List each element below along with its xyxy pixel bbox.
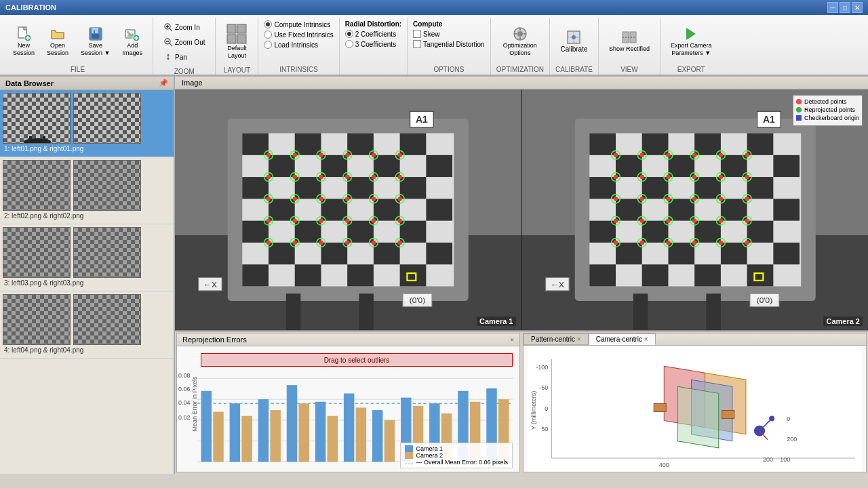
svg-point-41 xyxy=(24,138,51,143)
reprojection-panel-content: Drag to select outliers 0.08 0.06 0.04 0… xyxy=(177,346,519,472)
svg-point-294 xyxy=(769,416,774,422)
svg-point-113 xyxy=(267,175,271,179)
svg-rect-263 xyxy=(328,416,338,462)
legend-dashed-line xyxy=(405,464,413,464)
svg-rect-69 xyxy=(269,243,295,264)
svg-rect-174 xyxy=(773,243,800,264)
svg-rect-173 xyxy=(720,243,747,264)
sidebar-item-4[interactable]: 4: left04.png & right04.png xyxy=(0,291,174,359)
file-group-label: FILE xyxy=(8,64,147,75)
pan-button[interactable]: Pan xyxy=(159,50,192,64)
optimization-options-button[interactable]: OptimizationOptions xyxy=(498,23,542,60)
sidebar-pin-icon[interactable]: 📌 xyxy=(159,79,168,87)
three-coeff-label: 3 Coefficients xyxy=(355,41,396,48)
svg-rect-164 xyxy=(668,199,694,220)
svg-point-135 xyxy=(372,241,376,245)
compute-intrinsics-radio[interactable]: Compute Intrinsics xyxy=(264,20,330,28)
load-intrinsics-circle xyxy=(264,41,272,49)
sidebar-item-2-label: 2: left02.png & right02.png xyxy=(3,211,171,221)
camera-tab-close[interactable]: × xyxy=(644,336,648,343)
tangential-cb-box xyxy=(413,40,421,48)
sidebar-item-1-label: 1: left01.png & right01.png xyxy=(3,144,171,154)
add-images-button[interactable]: AddImages xyxy=(118,23,148,60)
use-fixed-radio[interactable]: Use Fixed Intrinsics xyxy=(264,30,333,39)
svg-point-235 xyxy=(666,241,670,245)
calibrate-button[interactable]: Calibrate xyxy=(555,26,592,56)
sidebar-thumb-left-4 xyxy=(3,294,71,345)
default-layout-button[interactable]: DefaultLayout xyxy=(221,20,252,62)
svg-point-225 xyxy=(718,197,722,201)
window-controls[interactable]: ─ □ ✕ xyxy=(827,2,863,13)
maximize-button[interactable]: □ xyxy=(840,2,850,13)
export-icon xyxy=(683,26,699,42)
skew-checkbox[interactable]: Skew xyxy=(413,30,439,38)
chart-drag-bar[interactable]: Drag to select outliers xyxy=(201,353,513,367)
reprojection-panel-close[interactable]: × xyxy=(510,336,514,344)
export-camera-label: Export CameraParameters ▼ xyxy=(671,42,712,57)
tangential-checkbox[interactable]: Tangential Distortion xyxy=(413,40,485,48)
svg-rect-259 xyxy=(270,410,281,462)
zoom-out-icon xyxy=(163,37,173,47)
svg-rect-157 xyxy=(720,155,747,177)
svg-rect-63 xyxy=(374,199,400,220)
sidebar-thumb-left-2 xyxy=(3,160,71,211)
svg-point-218 xyxy=(692,175,696,179)
sidebar-item-2[interactable]: 2: left02.png & right02.png xyxy=(0,157,174,224)
svg-rect-151 xyxy=(589,134,616,155)
app-title: CALIBRATION xyxy=(5,3,56,12)
svg-text:50: 50 xyxy=(541,426,548,432)
svg-point-217 xyxy=(666,175,670,179)
content-area: Image xyxy=(175,77,868,474)
sidebar-item-3[interactable]: 3: left03.png & right03.png xyxy=(0,224,174,291)
load-intrinsics-radio[interactable]: Load Intrinsics xyxy=(264,41,317,49)
close-button[interactable]: ✕ xyxy=(852,2,863,13)
svg-rect-65 xyxy=(242,221,269,243)
svg-rect-54 xyxy=(321,155,347,177)
three-coeff-radio[interactable]: 3 Coefficients xyxy=(345,40,396,48)
ribbon-group-radial: Radial Distortion: 2 Coefficients 3 Coef… xyxy=(340,18,408,75)
tab-pattern-centric[interactable]: Pattern-centric × xyxy=(524,333,589,345)
two-coeff-radio[interactable]: 2 Coefficients xyxy=(345,30,396,38)
minimize-button[interactable]: ─ xyxy=(827,2,838,13)
svg-rect-156 xyxy=(668,155,694,177)
new-session-button[interactable]: NewSession xyxy=(8,23,39,60)
zoom-in-button[interactable]: Zoom In xyxy=(159,20,205,34)
calibrate-icon xyxy=(566,29,582,45)
ribbon-group-zoom: Zoom In Zoom Out Pan ZOOM xyxy=(153,18,216,75)
svg-rect-161 xyxy=(694,177,721,199)
camera2-legend: Detected points Reprojected points Check… xyxy=(793,95,863,126)
legend-origin: Checkerboard origin xyxy=(796,115,859,121)
sidebar-thumb-left-3 xyxy=(3,227,71,278)
camera2-label: Camera 2 xyxy=(823,317,863,326)
svg-point-117 xyxy=(372,175,376,179)
svg-point-223 xyxy=(666,197,670,201)
legend-detected: Detected points xyxy=(796,98,859,105)
sidebar-scroll[interactable]: 1: left01.png & right01.png 2: left02.pn… xyxy=(0,90,174,474)
add-images-label: AddImages xyxy=(123,42,143,57)
tab-camera-centric[interactable]: Camera-centric × xyxy=(589,333,656,345)
sidebar-item-1[interactable]: 1: left01.png & right01.png xyxy=(0,90,174,157)
zoom-out-button[interactable]: Zoom Out xyxy=(159,35,210,49)
svg-rect-290 xyxy=(722,411,734,419)
svg-rect-56 xyxy=(426,155,452,177)
y-label-006: 0.06 xyxy=(178,386,191,392)
svg-point-215 xyxy=(613,175,617,179)
open-session-button[interactable]: OpenSession xyxy=(42,23,73,60)
pattern-tab-close[interactable]: × xyxy=(577,336,581,343)
layout-buttons: DefaultLayout xyxy=(221,18,252,65)
svg-marker-288 xyxy=(677,386,718,447)
zoom-group-label: ZOOM xyxy=(159,66,210,77)
show-rectified-button[interactable]: Show Rectified xyxy=(604,26,654,56)
svg-rect-9 xyxy=(92,34,99,39)
sidebar-item-2-images xyxy=(3,160,171,211)
zoom-out-label: Zoom Out xyxy=(175,39,205,46)
export-camera-button[interactable]: Export CameraParameters ▼ xyxy=(666,23,717,60)
svg-rect-171 xyxy=(615,243,642,264)
legend-mean-error: --- Overall Mean Error: 0.06 pixels xyxy=(405,459,508,466)
y-label-002: 0.02 xyxy=(178,414,191,421)
chart-container: Drag to select outliers 0.08 0.06 0.04 0… xyxy=(177,346,519,472)
svg-rect-61 xyxy=(269,199,295,220)
svg-rect-262 xyxy=(315,402,326,462)
save-session-button[interactable]: SaveSession ▼ xyxy=(76,23,115,60)
reprojection-panel: Reprojection Errors × Drag to select out… xyxy=(176,333,520,472)
